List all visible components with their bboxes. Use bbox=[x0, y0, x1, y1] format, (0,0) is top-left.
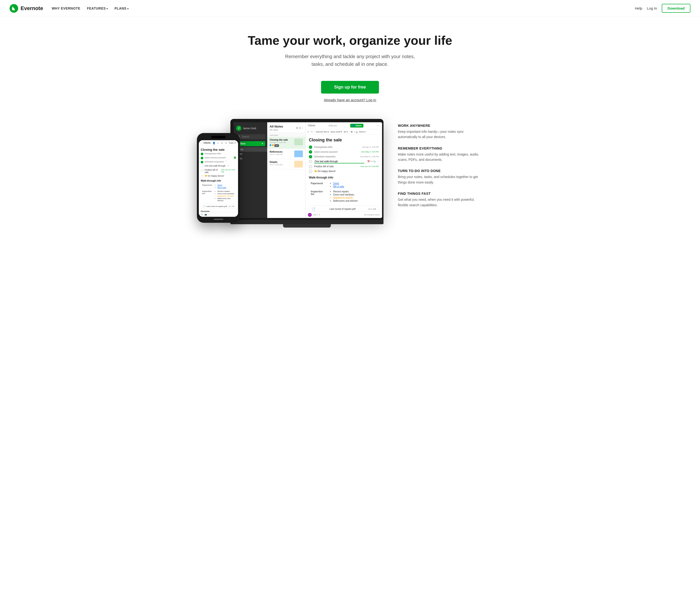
redo-icon[interactable]: ↪ bbox=[311, 131, 313, 133]
more-options-icon[interactable]: ⋯ bbox=[377, 124, 380, 127]
share-button[interactable]: 👤 Share bbox=[350, 124, 363, 128]
phone-footer-icon1[interactable]: 📎 bbox=[201, 213, 203, 215]
phone-task-badge: ✓ bbox=[234, 156, 236, 159]
app-container: J Jamie Gold 🔍 Search + New ▾ bbox=[234, 122, 382, 218]
task-item: Schedule-inspection Due May 21, 3:30 PM bbox=[309, 155, 379, 158]
navbar: Evernote WHY EVERNOTE FEATURES PLANS Hel… bbox=[0, 0, 700, 17]
task-item: 📅 🏷 📎 ⋯ bbox=[309, 160, 379, 163]
task-due-date: Due May 21, 3:30 PM bbox=[360, 155, 379, 158]
task-checkbox[interactable] bbox=[309, 160, 312, 163]
phone-home-indicator bbox=[214, 219, 223, 220]
inspection-label: Inspection list bbox=[309, 189, 328, 204]
note-item-date: Jun 4, 3:30 PM bbox=[270, 153, 293, 155]
task-checkbox[interactable] bbox=[309, 150, 312, 153]
phone-checkmark-icon[interactable]: ✓ bbox=[217, 142, 219, 144]
editor-only-you-label: Only you bbox=[329, 124, 337, 127]
task-due-date: Due May 4, 4:30 PM bbox=[361, 151, 379, 153]
font-size-selector[interactable]: 30 ▾ bbox=[344, 131, 348, 133]
task-checkbox[interactable] bbox=[309, 165, 312, 168]
note-item-badges: 3/6 bbox=[270, 144, 293, 147]
file-attachment[interactable]: 📄 Last round of repairs.pdf 13.2 MB bbox=[309, 205, 379, 211]
phone-footer-icon2[interactable]: 📷 bbox=[205, 213, 207, 215]
phone-paperwork-items: Deed Bill of sale bbox=[214, 184, 236, 189]
phone-task-checkbox[interactable] bbox=[201, 161, 203, 163]
badge-count: 3/6 bbox=[274, 144, 279, 147]
notes-list-panel: All Notes 86 notes ⊞ ⊟ ↕ JUN 2021 bbox=[267, 122, 305, 218]
user-badge: Y Yuki T. ▾ bbox=[308, 213, 320, 217]
task-checkbox[interactable] bbox=[309, 145, 312, 149]
phone-back-icon[interactable]: ‹ bbox=[201, 142, 201, 144]
feature-text: Bring your notes, tasks, and schedules t… bbox=[398, 174, 479, 185]
note-item[interactable]: Closing the sale Jun Apr 5, 3:30 PM 3/6 bbox=[267, 137, 305, 149]
phone-body: ‹ Clients 👤 ✓ ↩ ↪ Yuki T. Closing the sa… bbox=[197, 133, 240, 223]
phone-info-table: Paperwork Deed Bill of sale bbox=[201, 183, 236, 203]
user-avatar: J bbox=[236, 126, 241, 131]
phone-task-item: Open-escrow-account ✓ bbox=[201, 156, 236, 159]
login-link[interactable]: Log In bbox=[647, 6, 657, 10]
nav-link-why[interactable]: WHY EVERNOTE bbox=[52, 6, 80, 10]
underline-button[interactable]: U bbox=[356, 131, 358, 133]
phone-redo-icon[interactable]: ↪ bbox=[225, 142, 227, 144]
phone-notch bbox=[211, 136, 226, 138]
phone-task-item: Schedule-inspection 4 bbox=[201, 160, 236, 163]
phone-task-checkbox[interactable] bbox=[201, 165, 203, 168]
info-row: Paperwork Deed Bill of sale bbox=[309, 181, 379, 189]
phone-task-text: 🤝 Do happy dance! bbox=[205, 175, 224, 177]
note-item-thumbnail bbox=[294, 161, 303, 168]
phone-inspection-items: Recent repairs Doors and windows Applian… bbox=[214, 190, 236, 202]
task-text: Renegotiate-offer bbox=[314, 146, 333, 148]
share-label: Share bbox=[355, 124, 361, 127]
more-toolbar-icon[interactable]: More ▾ bbox=[359, 131, 365, 133]
task-input[interactable] bbox=[314, 160, 364, 163]
help-link[interactable]: Help bbox=[635, 6, 642, 10]
laptop-device: J Jamie Gold 🔍 Search + New ▾ bbox=[230, 119, 383, 227]
phone-info-row: Inspection list Recent repairs Doors and… bbox=[201, 190, 236, 202]
new-note-button[interactable]: + New ▾ bbox=[236, 141, 265, 146]
feature-text: Make notes more useful by adding text, i… bbox=[398, 152, 479, 162]
task-checkbox[interactable] bbox=[309, 170, 312, 173]
phone-task-due: Due Jun 24, 5:30 PM bbox=[221, 169, 236, 173]
sort-icon[interactable]: ↕ bbox=[302, 127, 303, 129]
phone-footer-icon3[interactable]: ✓ bbox=[208, 213, 210, 215]
phone-file-attachment[interactable]: 📄 Last round of repairs.pdf 13.2 MB bbox=[201, 204, 236, 209]
phone-person-icon[interactable]: 👤 bbox=[212, 142, 215, 144]
info-item: Deed bbox=[333, 182, 377, 185]
hero-login-link[interactable]: Already have an account? Log in bbox=[324, 98, 376, 102]
notes-count: 86 notes bbox=[270, 129, 283, 131]
undo-icon[interactable]: ↩ bbox=[307, 131, 309, 133]
phone-task-text: Renegotiate-offer bbox=[205, 152, 221, 155]
feature-find-fast: FIND THINGS FAST Get what you need, when… bbox=[398, 192, 479, 208]
font-selector[interactable]: Sans Serif ▾ bbox=[330, 131, 342, 133]
filter-icon[interactable]: ⊟ bbox=[299, 127, 301, 129]
nav-right: Help Log In Download bbox=[635, 4, 690, 13]
phone-undo-icon[interactable]: ↩ bbox=[221, 142, 223, 144]
phone-task-checkbox[interactable] bbox=[201, 175, 203, 178]
phone-task-checkbox[interactable] bbox=[201, 169, 203, 172]
new-btn-chevron: ▾ bbox=[262, 142, 263, 145]
phone-task-checkbox[interactable] bbox=[201, 153, 203, 155]
hero-section: Tame your work, organize your life Remem… bbox=[0, 17, 700, 114]
download-button[interactable]: Download bbox=[662, 4, 690, 13]
signup-button[interactable]: Sign up for free bbox=[321, 81, 379, 93]
bold-button[interactable]: B bbox=[351, 131, 353, 133]
task-checkbox[interactable] bbox=[309, 155, 312, 158]
hero-subtext: Remember everything and tackle any proje… bbox=[278, 53, 422, 68]
phone-task-checkbox[interactable] bbox=[201, 157, 203, 159]
nav-link-features[interactable]: FEATURES bbox=[87, 6, 108, 10]
note-item[interactable]: References Jun 4, 3:30 PM bbox=[267, 149, 305, 159]
phone-task-item: One last walk-through ⚠ bbox=[201, 165, 236, 168]
grid-view-icon[interactable]: ⊞ bbox=[296, 127, 298, 129]
phone-footer: 📎 📷 ✓ bbox=[199, 212, 238, 217]
nav-link-plans[interactable]: PLANS bbox=[115, 6, 129, 10]
phone-task-text: Schedule-inspection bbox=[205, 160, 224, 163]
phone-note-title: Closing the sale bbox=[199, 146, 238, 152]
logo[interactable]: Evernote bbox=[10, 4, 43, 13]
italic-button[interactable]: I bbox=[354, 131, 355, 133]
text-style-selector[interactable]: Normal Text ▾ bbox=[316, 131, 329, 133]
phone-info-item: Bill of sale bbox=[217, 186, 235, 189]
phone-task-item: 🤝 Do happy dance! bbox=[201, 175, 236, 178]
toolbar-divider bbox=[314, 130, 314, 134]
features-panel: WORK ANYWHERE Keep important info handy—… bbox=[398, 119, 479, 208]
note-item[interactable]: Details Jun 2, 9:45 AM bbox=[267, 159, 305, 170]
sidebar-search[interactable]: 🔍 Search bbox=[236, 134, 265, 139]
